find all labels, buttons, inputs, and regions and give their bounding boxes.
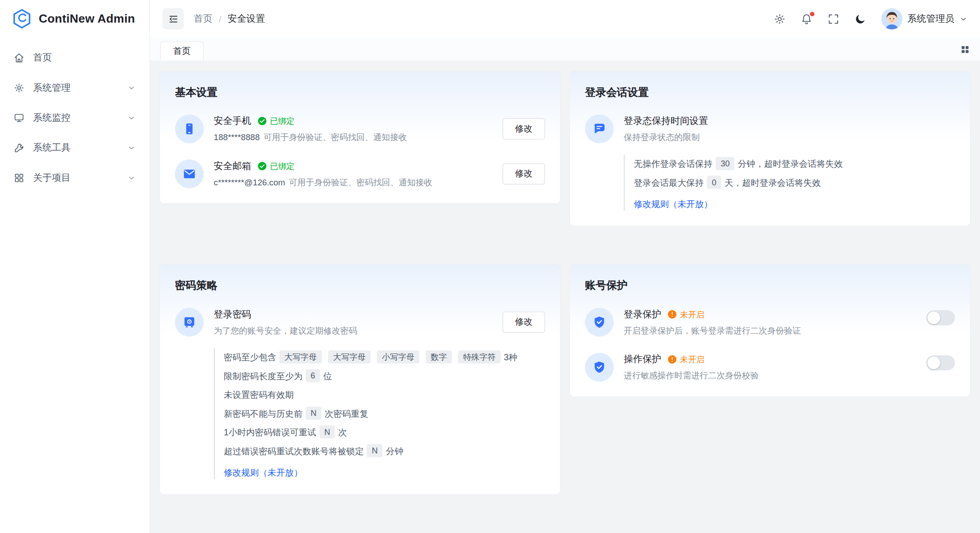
policy-tag: 小写字母 — [377, 350, 419, 363]
sidebar-item-system-tools[interactable]: 系统工具 — [6, 135, 143, 160]
sidebar-item-label: 系统监控 — [33, 112, 70, 123]
app-logo-icon — [11, 8, 33, 29]
rule-value-tag: 6 — [305, 369, 320, 382]
status-text: 未开启 — [680, 309, 704, 320]
user-name: 系统管理员 — [908, 13, 955, 24]
item-description: 保持登录状态的限制 — [624, 132, 955, 143]
rule-prefix: 1小时内密码错误可重试 — [224, 427, 316, 437]
item-title: 安全邮箱 — [214, 160, 251, 172]
sidebar-item-label: 首页 — [33, 52, 52, 63]
fullscreen-button[interactable] — [827, 13, 839, 24]
card-account-protection: 账号保护 登录保护 未开启 — [570, 264, 970, 396]
settings-button[interactable] — [774, 13, 786, 24]
rule-suffix: 位 — [323, 371, 332, 381]
rule-value-tag: 0 — [707, 176, 722, 189]
modify-rules-link[interactable]: 修改规则（未开放） — [224, 466, 302, 479]
rule-line: 未设置密码有效期 — [224, 385, 545, 404]
rule-line: 限制密码长度至少为6位 — [224, 367, 545, 386]
sidebar-collapse-button[interactable] — [163, 8, 184, 29]
rule-line: 新密码不能与历史前N次密码重复 — [224, 404, 545, 423]
breadcrumb-separator: / — [219, 14, 221, 24]
item-description: c********@126.com可用于身份验证、密码找回、通知接收 — [214, 177, 492, 189]
policy-tag: 特殊字符 — [458, 350, 501, 363]
breadcrumb-current: 安全设置 — [228, 13, 265, 24]
rule-suffix: 分钟 — [386, 446, 403, 456]
sidebar-item-about-project[interactable]: 关于项目 — [6, 165, 143, 190]
phone-note: 可用于身份验证、密码找回、通知接收 — [263, 132, 407, 142]
card-title: 登录会话设置 — [585, 85, 955, 99]
item-body: 安全邮箱 已绑定 c********@126.com可用于身份验证、密码找回、通… — [214, 160, 492, 189]
check-circle-icon — [258, 116, 267, 126]
rule-line: 密码至少包含大写字母大写字母小写字母数字特殊字符3种 — [224, 348, 545, 367]
rule-line: 登录会话最大保持0天，超时登录会话将失效 — [634, 173, 955, 192]
item-title: 安全手机 — [214, 115, 251, 127]
password-policy-rules: 密码至少包含大写字母大写字母小写字母数字特殊字符3种 限制密码长度至少为6位 未… — [214, 348, 545, 479]
tab-options-button[interactable] — [960, 44, 970, 54]
chevron-down-icon — [127, 174, 136, 182]
dark-mode-button[interactable] — [854, 13, 866, 24]
mail-icon — [175, 160, 204, 189]
status-badge: 已绑定 — [258, 115, 295, 127]
sidebar-item-label: 系统工具 — [33, 142, 70, 153]
rule-suffix: 次密码重复 — [324, 409, 368, 419]
modify-phone-button[interactable]: 修改 — [502, 118, 545, 140]
rule-suffix: 3种 — [504, 352, 517, 362]
status-badge: 未开启 — [667, 354, 704, 365]
tab-home[interactable]: 首页 — [160, 41, 204, 61]
sidebar-item-system-management[interactable]: 系统管理 — [6, 75, 143, 100]
rule-prefix: 新密码不能与历史前 — [224, 409, 302, 419]
apps-grid-icon — [960, 44, 970, 54]
login-password-item: 登录密码 为了您的账号安全，建议定期修改密码 修改 — [175, 308, 545, 337]
rule-line: 1小时内密码错误可重试N次 — [224, 423, 545, 442]
modify-email-button[interactable]: 修改 — [502, 163, 545, 184]
rule-prefix: 登录会话最大保持 — [634, 178, 704, 188]
sidebar-item-label: 关于项目 — [33, 172, 70, 184]
phone-icon — [175, 114, 204, 143]
item-description: 188****8888可用于身份验证、密码找回、通知接收 — [214, 132, 492, 143]
menu-fold-icon — [168, 14, 178, 24]
item-description: 进行敏感操作时需进行二次身份校验 — [624, 370, 916, 382]
session-keep-item: 登录态保持时间设置 保持登录状态的限制 — [585, 114, 955, 143]
sidebar-item-home[interactable]: 首页 — [6, 45, 143, 70]
rule-suffix: 分钟，超时登录会话将失效 — [738, 159, 843, 169]
card-title: 账号保护 — [585, 278, 955, 293]
item-body: 登录密码 为了您的账号安全，建议定期修改密码 — [214, 308, 492, 337]
check-circle-icon — [258, 161, 267, 171]
gear-icon — [774, 13, 786, 24]
breadcrumb-home[interactable]: 首页 — [194, 13, 212, 24]
email-value: c********@126.com — [214, 178, 285, 187]
card-basic-settings: 基本设置 安全手机 已绑定 — [160, 71, 560, 203]
login-protection-toggle[interactable] — [926, 310, 955, 325]
status-badge: 已绑定 — [258, 160, 295, 172]
breadcrumb: 首页 / 安全设置 — [194, 13, 265, 24]
rule-prefix: 限制密码长度至少为 — [224, 371, 302, 381]
modify-rules-link[interactable]: 修改规则（未开放） — [634, 197, 713, 211]
security-phone-item: 安全手机 已绑定 188****8888可用于身份验证、密码找回、通知接收 — [175, 114, 545, 143]
rule-value-tag: N — [305, 406, 321, 420]
phone-value: 188****8888 — [214, 132, 260, 142]
policy-tag: 数字 — [426, 350, 452, 363]
security-email-item: 安全邮箱 已绑定 c********@126.com可用于身份验证、密码找回、通… — [175, 160, 545, 189]
item-body: 安全手机 已绑定 188****8888可用于身份验证、密码找回、通知接收 — [214, 114, 492, 143]
home-icon — [14, 52, 24, 63]
user-menu[interactable]: 系统管理员 — [881, 8, 967, 29]
notifications-button[interactable] — [801, 13, 812, 24]
operation-protection-toggle[interactable] — [926, 355, 955, 370]
app-root: ContiNew Admin 首页 系统管理 — [0, 0, 980, 533]
item-body: 登录保护 未开启 开启登录保护后，账号登录需进行二次身份验证 — [624, 308, 916, 337]
item-description: 开启登录保护后，账号登录需进行二次身份验证 — [624, 325, 916, 337]
item-title: 操作保护 — [624, 354, 661, 365]
modify-password-button[interactable]: 修改 — [502, 311, 545, 333]
logo-row[interactable]: ContiNew Admin — [0, 0, 150, 38]
sidebar-item-system-monitor[interactable]: 系统监控 — [6, 105, 143, 130]
tab-label: 首页 — [173, 46, 191, 57]
policy-tag: 大写字母 — [328, 350, 370, 363]
rule-value-tag: N — [319, 425, 335, 439]
tabbar: 首页 — [150, 38, 980, 61]
item-body: 登录态保持时间设置 保持登录状态的限制 — [624, 114, 955, 143]
sidebar: ContiNew Admin 首页 系统管理 — [0, 0, 150, 533]
rule-line: 无操作登录会话保持30分钟，超时登录会话将失效 — [634, 155, 955, 174]
chevron-down-icon — [127, 113, 136, 122]
monitor-icon — [14, 112, 24, 123]
rule-suffix: 天，超时登录会话将失效 — [725, 178, 821, 188]
